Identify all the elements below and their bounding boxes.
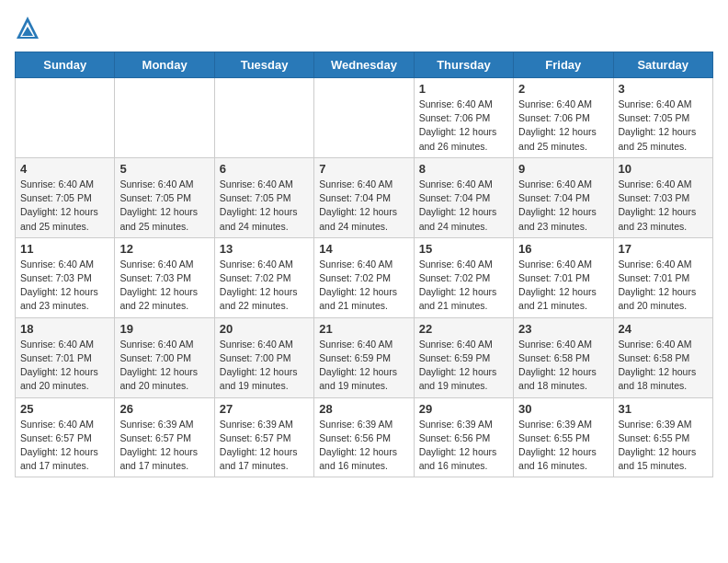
day-cell: 7Sunrise: 6:40 AMSunset: 7:04 PMDaylight…	[314, 157, 414, 237]
day-number: 5	[119, 162, 209, 176]
day-cell: 5Sunrise: 6:40 AMSunset: 7:05 PMDaylight…	[115, 157, 214, 237]
day-detail: Sunrise: 6:40 AMSunset: 7:05 PMDaylight:…	[119, 178, 198, 232]
header-cell-friday: Friday	[514, 52, 613, 78]
day-detail: Sunrise: 6:39 AMSunset: 6:55 PMDaylight:…	[619, 419, 697, 472]
day-number: 30	[518, 402, 608, 416]
day-cell: 6Sunrise: 6:40 AMSunset: 7:05 PMDaylight…	[214, 157, 313, 237]
day-number: 16	[518, 242, 608, 256]
day-number: 21	[319, 322, 408, 336]
day-number: 18	[20, 322, 109, 336]
day-detail: Sunrise: 6:40 AMSunset: 7:05 PMDaylight:…	[20, 178, 98, 232]
header-cell-sunday: Sunday	[16, 52, 115, 78]
day-detail: Sunrise: 6:39 AMSunset: 6:55 PMDaylight:…	[518, 419, 597, 472]
week-row-1: 1Sunrise: 6:40 AMSunset: 7:06 PMDaylight…	[16, 78, 713, 158]
day-detail: Sunrise: 6:40 AMSunset: 6:59 PMDaylight:…	[319, 339, 397, 392]
day-number: 15	[419, 242, 508, 256]
day-cell: 21Sunrise: 6:40 AMSunset: 6:59 PMDayligh…	[314, 317, 414, 397]
week-row-3: 11Sunrise: 6:40 AMSunset: 7:03 PMDayligh…	[16, 237, 713, 317]
day-cell: 20Sunrise: 6:40 AMSunset: 7:00 PMDayligh…	[214, 317, 313, 397]
day-cell: 17Sunrise: 6:40 AMSunset: 7:01 PMDayligh…	[613, 237, 712, 317]
day-cell: 25Sunrise: 6:40 AMSunset: 6:57 PMDayligh…	[16, 397, 115, 477]
day-cell: 31Sunrise: 6:39 AMSunset: 6:55 PMDayligh…	[613, 397, 712, 477]
day-cell: 18Sunrise: 6:40 AMSunset: 7:01 PMDayligh…	[16, 317, 115, 397]
day-detail: Sunrise: 6:40 AMSunset: 7:02 PMDaylight:…	[419, 259, 497, 312]
logo-icon	[15, 15, 40, 40]
day-number: 28	[319, 402, 408, 416]
day-detail: Sunrise: 6:40 AMSunset: 7:04 PMDaylight:…	[419, 178, 497, 232]
day-cell: 22Sunrise: 6:40 AMSunset: 6:59 PMDayligh…	[414, 317, 513, 397]
day-number: 23	[518, 322, 608, 336]
day-number: 1	[419, 82, 508, 96]
day-cell: 23Sunrise: 6:40 AMSunset: 6:58 PMDayligh…	[514, 317, 613, 397]
week-row-4: 18Sunrise: 6:40 AMSunset: 7:01 PMDayligh…	[16, 317, 713, 397]
day-number: 24	[619, 322, 708, 336]
day-detail: Sunrise: 6:40 AMSunset: 7:06 PMDaylight:…	[518, 98, 597, 152]
day-number: 12	[119, 242, 209, 256]
day-number: 25	[20, 402, 109, 416]
day-cell: 1Sunrise: 6:40 AMSunset: 7:06 PMDaylight…	[414, 78, 513, 158]
header-cell-monday: Monday	[115, 52, 214, 78]
page-header	[15, 15, 713, 40]
day-cell: 3Sunrise: 6:40 AMSunset: 7:05 PMDaylight…	[613, 78, 712, 158]
day-number: 7	[319, 162, 408, 176]
day-cell: 14Sunrise: 6:40 AMSunset: 7:02 PMDayligh…	[314, 237, 414, 317]
day-number: 10	[619, 162, 708, 176]
logo	[15, 15, 44, 40]
day-detail: Sunrise: 6:39 AMSunset: 6:56 PMDaylight:…	[319, 419, 397, 472]
day-detail: Sunrise: 6:40 AMSunset: 7:00 PMDaylight:…	[119, 339, 198, 392]
day-detail: Sunrise: 6:40 AMSunset: 6:58 PMDaylight:…	[518, 339, 597, 392]
header-row: SundayMondayTuesdayWednesdayThursdayFrid…	[16, 52, 713, 78]
calendar-body: 1Sunrise: 6:40 AMSunset: 7:06 PMDaylight…	[16, 78, 713, 477]
day-number: 11	[20, 242, 109, 256]
day-number: 27	[220, 402, 309, 416]
day-detail: Sunrise: 6:40 AMSunset: 7:03 PMDaylight:…	[20, 259, 98, 312]
day-detail: Sunrise: 6:40 AMSunset: 7:05 PMDaylight:…	[619, 98, 697, 152]
day-number: 8	[419, 162, 508, 176]
header-cell-thursday: Thursday	[414, 52, 513, 78]
day-cell: 10Sunrise: 6:40 AMSunset: 7:03 PMDayligh…	[613, 157, 712, 237]
day-cell: 19Sunrise: 6:40 AMSunset: 7:00 PMDayligh…	[115, 317, 214, 397]
day-cell: 11Sunrise: 6:40 AMSunset: 7:03 PMDayligh…	[16, 237, 115, 317]
day-cell: 13Sunrise: 6:40 AMSunset: 7:02 PMDayligh…	[214, 237, 313, 317]
day-number: 31	[619, 402, 708, 416]
day-cell: 26Sunrise: 6:39 AMSunset: 6:57 PMDayligh…	[115, 397, 214, 477]
day-detail: Sunrise: 6:40 AMSunset: 7:01 PMDaylight:…	[619, 259, 697, 312]
day-cell: 15Sunrise: 6:40 AMSunset: 7:02 PMDayligh…	[414, 237, 513, 317]
day-number: 26	[119, 402, 209, 416]
day-detail: Sunrise: 6:40 AMSunset: 7:05 PMDaylight:…	[220, 178, 298, 232]
day-detail: Sunrise: 6:39 AMSunset: 6:57 PMDaylight:…	[119, 419, 198, 472]
day-cell	[115, 78, 214, 158]
day-cell: 4Sunrise: 6:40 AMSunset: 7:05 PMDaylight…	[16, 157, 115, 237]
day-number: 3	[619, 82, 708, 96]
header-cell-saturday: Saturday	[613, 52, 712, 78]
day-detail: Sunrise: 6:40 AMSunset: 7:03 PMDaylight:…	[619, 178, 697, 232]
day-cell: 29Sunrise: 6:39 AMSunset: 6:56 PMDayligh…	[414, 397, 513, 477]
day-cell	[16, 78, 115, 158]
week-row-5: 25Sunrise: 6:40 AMSunset: 6:57 PMDayligh…	[16, 397, 713, 477]
day-number: 2	[518, 82, 608, 96]
day-detail: Sunrise: 6:40 AMSunset: 7:04 PMDaylight:…	[319, 178, 397, 232]
day-cell: 30Sunrise: 6:39 AMSunset: 6:55 PMDayligh…	[514, 397, 613, 477]
day-detail: Sunrise: 6:40 AMSunset: 6:57 PMDaylight:…	[20, 419, 98, 472]
day-cell: 16Sunrise: 6:40 AMSunset: 7:01 PMDayligh…	[514, 237, 613, 317]
day-detail: Sunrise: 6:40 AMSunset: 7:01 PMDaylight:…	[518, 259, 597, 312]
day-number: 13	[220, 242, 309, 256]
day-number: 19	[119, 322, 209, 336]
calendar-header: SundayMondayTuesdayWednesdayThursdayFrid…	[16, 52, 713, 78]
day-cell: 2Sunrise: 6:40 AMSunset: 7:06 PMDaylight…	[514, 78, 613, 158]
day-number: 29	[419, 402, 508, 416]
day-detail: Sunrise: 6:40 AMSunset: 7:00 PMDaylight:…	[220, 339, 298, 392]
day-number: 20	[220, 322, 309, 336]
day-number: 22	[419, 322, 508, 336]
day-cell	[214, 78, 313, 158]
day-cell: 9Sunrise: 6:40 AMSunset: 7:04 PMDaylight…	[514, 157, 613, 237]
day-cell: 28Sunrise: 6:39 AMSunset: 6:56 PMDayligh…	[314, 397, 414, 477]
day-detail: Sunrise: 6:40 AMSunset: 7:02 PMDaylight:…	[319, 259, 397, 312]
day-detail: Sunrise: 6:39 AMSunset: 6:57 PMDaylight:…	[220, 419, 298, 472]
day-number: 14	[319, 242, 408, 256]
day-cell: 12Sunrise: 6:40 AMSunset: 7:03 PMDayligh…	[115, 237, 214, 317]
day-cell	[314, 78, 414, 158]
day-detail: Sunrise: 6:40 AMSunset: 6:59 PMDaylight:…	[419, 339, 497, 392]
day-cell: 8Sunrise: 6:40 AMSunset: 7:04 PMDaylight…	[414, 157, 513, 237]
day-number: 6	[220, 162, 309, 176]
